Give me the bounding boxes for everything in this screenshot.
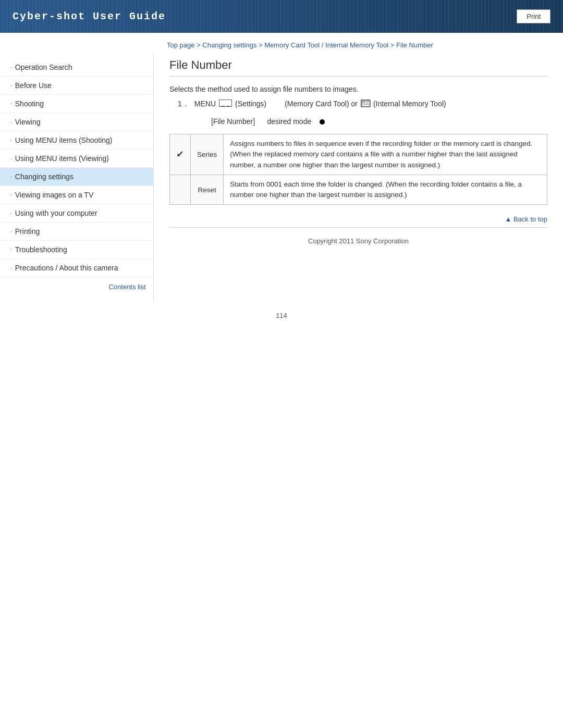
bullet-icon: ·: [10, 229, 12, 235]
bullet-icon: ·: [10, 65, 12, 70]
step-number: 1．: [178, 100, 189, 109]
file-number-table: ✔ Series Assigns numbers to files in seq…: [169, 134, 547, 205]
table-row: ✔ Series Assigns numbers to files in seq…: [170, 134, 547, 175]
page-number: 114: [0, 301, 563, 325]
main-content: File Number Selects the method used to a…: [154, 53, 563, 271]
sidebar-label: Operation Search: [15, 63, 72, 71]
internal-memory-text: (Internal Memory Tool): [373, 100, 446, 108]
reset-label-cell: Reset: [191, 175, 224, 205]
sidebar-item-operation-search[interactable]: · Operation Search: [0, 58, 153, 77]
sidebar-label: Changing settings: [15, 172, 74, 181]
bullet-icon: ·: [10, 174, 12, 180]
bullet-icon: ·: [10, 156, 12, 162]
sidebar-label: Before Use: [15, 81, 52, 90]
bullet-icon: ·: [10, 192, 12, 198]
bullet-icon: ·: [10, 247, 12, 253]
sidebar-item-viewing-tv[interactable]: · Viewing images on a TV: [0, 186, 153, 204]
reset-label: Reset: [198, 186, 216, 194]
checkmark-icon: ✔: [176, 149, 184, 159]
memory-card-text: (Memory Card Tool) or: [268, 100, 358, 108]
sub-instruction: [File Number] desired mode: [211, 117, 547, 126]
mode-dot: [313, 117, 315, 126]
sidebar-label: Printing: [15, 227, 40, 236]
sidebar-contents: Contents list: [0, 277, 153, 296]
desired-mode-label: desired mode: [267, 117, 311, 126]
series-label: Series: [197, 151, 217, 158]
sidebar-item-using-menu-viewing[interactable]: · Using MENU items (Viewing): [0, 150, 153, 168]
bullet-icon: ·: [10, 101, 12, 107]
sidebar-label: Using MENU items (Shooting): [15, 136, 113, 144]
black-dot-icon: [320, 119, 325, 125]
page-title: File Number: [169, 58, 547, 77]
description: Selects the method used to assign file n…: [169, 85, 547, 93]
breadcrumb-memory-card-tool[interactable]: Memory Card Tool / Internal Memory Tool: [264, 41, 388, 49]
breadcrumb-file-number[interactable]: File Number: [396, 41, 433, 49]
arrow-right: [257, 117, 265, 126]
internal-memory-icon: [361, 100, 370, 107]
contents-list-link[interactable]: Contents list: [108, 283, 146, 291]
sidebar-item-before-use[interactable]: · Before Use: [0, 77, 153, 95]
sidebar-item-using-menu-shooting[interactable]: · Using MENU items (Shooting): [0, 131, 153, 150]
bullet-icon: ·: [10, 265, 12, 271]
reset-description-cell: Starts from 0001 each time the folder is…: [224, 175, 547, 205]
sidebar-item-printing[interactable]: · Printing: [0, 223, 153, 241]
svg-rect-1: [363, 102, 365, 103]
table-row: Reset Starts from 0001 each time the fol…: [170, 175, 547, 205]
sidebar-label: Using with your computer: [15, 209, 97, 217]
back-to-top: Back to top: [169, 215, 547, 223]
sidebar-item-troubleshooting[interactable]: · Troubleshooting: [0, 241, 153, 259]
breadcrumb: Top page > Changing settings > Memory Ca…: [0, 33, 563, 53]
file-number-label: [File Number]: [211, 117, 255, 126]
sidebar-label: Using MENU items (Viewing): [15, 154, 109, 163]
header: Cyber-shot User Guide Print: [0, 0, 563, 33]
sidebar-item-viewing[interactable]: · Viewing: [0, 113, 153, 131]
sidebar: · Operation Search · Before Use · Shooti…: [0, 53, 154, 301]
sidebar-label: Viewing: [15, 118, 41, 126]
sidebar-item-using-computer[interactable]: · Using with your computer: [0, 204, 153, 223]
instruction-row: 1． MENU ⎯ ⎯ (Settings) (Memory Card Tool…: [178, 100, 547, 109]
breadcrumb-top[interactable]: Top page: [167, 41, 195, 49]
series-check-cell: ✔: [170, 134, 191, 175]
layout: · Operation Search · Before Use · Shooti…: [0, 53, 563, 301]
sidebar-label: Precautions / About this camera: [15, 264, 118, 272]
divider: [169, 227, 547, 228]
settings-text: (Settings): [235, 100, 266, 108]
reset-check-cell: [170, 175, 191, 205]
sidebar-label: Shooting: [15, 100, 44, 108]
sidebar-item-shooting[interactable]: · Shooting: [0, 95, 153, 113]
copyright: Copyright 2011 Sony Corporation: [169, 232, 547, 255]
bullet-icon: ·: [10, 211, 12, 216]
series-label-cell: Series: [191, 134, 224, 175]
sidebar-label: Viewing images on a TV: [15, 191, 93, 199]
bullet-icon: ·: [10, 83, 12, 89]
sidebar-item-precautions[interactable]: · Precautions / About this camera: [0, 259, 153, 277]
menu-label: MENU: [194, 100, 216, 108]
breadcrumb-changing-settings[interactable]: Changing settings: [202, 41, 256, 49]
series-description-cell: Assigns numbers to files in sequence eve…: [224, 134, 547, 175]
sidebar-item-changing-settings[interactable]: · Changing settings: [0, 168, 153, 186]
bullet-icon: ·: [10, 138, 12, 143]
sidebar-label: Troubleshooting: [15, 245, 67, 254]
back-to-top-link[interactable]: Back to top: [505, 215, 547, 223]
app-title: Cyber-shot User Guide: [13, 10, 166, 22]
settings-icon: ⎯ ⎯: [219, 100, 232, 107]
print-button[interactable]: Print: [517, 9, 550, 23]
bullet-icon: ·: [10, 119, 12, 125]
